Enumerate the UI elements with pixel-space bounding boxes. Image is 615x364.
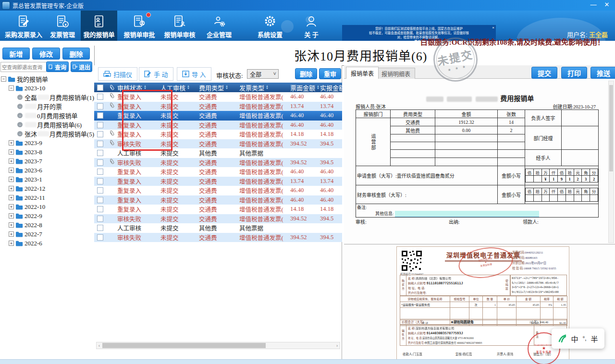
- manual-entry-button[interactable]: 手 动: [139, 67, 173, 81]
- tree-folder[interactable]: 2022-7: [1, 230, 94, 239]
- grid-delete-button[interactable]: 删除: [295, 68, 317, 79]
- row-checkbox[interactable]: [97, 112, 103, 119]
- expand-icon[interactable]: [9, 186, 14, 191]
- tree-folder[interactable]: 2022-10: [1, 202, 94, 211]
- row-checkbox[interactable]: [97, 216, 103, 222]
- tree-folder[interactable]: 2022-12: [1, 184, 94, 193]
- invoice-row[interactable]: 审核失败 未提交 交通费 增值税普通发票( 394.52 394.5: [94, 214, 342, 224]
- expand-icon[interactable]: [9, 140, 14, 146]
- search-input[interactable]: [0, 62, 47, 72]
- column-header[interactable]: 实报金额: [320, 83, 342, 92]
- grid-horizontal-scrollbar[interactable]: [96, 342, 340, 349]
- push-button[interactable]: 推送: [590, 67, 615, 79]
- select-all-checkbox[interactable]: [97, 85, 103, 91]
- column-header[interactable]: 费用类型: [199, 83, 239, 92]
- tree-folder[interactable]: 2022-8: [1, 220, 94, 230]
- scanner-button[interactable]: 扫描仪: [98, 67, 137, 81]
- invoice-row[interactable]: 重复录入 未提交 交通费 增值税普通发票( 46.40 46.40: [94, 167, 342, 177]
- print-button[interactable]: 打印: [561, 67, 587, 79]
- minimize-button[interactable]: —: [588, 1, 599, 8]
- invoice-row[interactable]: 重复录入 未提交 交通费 增值税普通发票( 13.74 13.74: [94, 177, 342, 186]
- row-checkbox[interactable]: [97, 187, 103, 194]
- row-checkbox[interactable]: [97, 159, 103, 166]
- ime-mode-toggle[interactable]: 中: [571, 334, 578, 344]
- tree-folder[interactable]: 2023-6: [1, 166, 94, 175]
- collapse-icon[interactable]: [1, 76, 6, 82]
- row-checkbox[interactable]: [97, 150, 103, 156]
- invoice-row[interactable]: 重复录入 未提交 交通费 增值税普通发票( 46.40 46.40: [94, 186, 342, 195]
- edit-button[interactable]: 修改: [32, 48, 60, 60]
- tree-leaf-report[interactable]: 张沐 月费用报销单(5): [1, 129, 94, 138]
- row-checkbox[interactable]: [97, 178, 103, 184]
- submit-button[interactable]: 提交: [531, 67, 557, 79]
- expand-icon[interactable]: [9, 177, 14, 182]
- expand-icon[interactable]: [9, 231, 14, 237]
- grid-recheck-button[interactable]: 重审: [319, 68, 341, 79]
- search-icon: [49, 64, 53, 69]
- row-checkbox[interactable]: [97, 94, 103, 100]
- tree-folder[interactable]: 2023-8: [1, 147, 94, 157]
- collapse-icon[interactable]: [9, 85, 14, 91]
- tree-folder[interactable]: 2023-9: [1, 138, 94, 147]
- expand-icon[interactable]: [9, 222, 14, 228]
- row-checkbox[interactable]: [97, 131, 103, 137]
- ime-punct-toggle[interactable]: °,: [582, 335, 586, 342]
- status-filter-select[interactable]: 全部: [247, 69, 279, 79]
- sort-icon[interactable]: [225, 85, 228, 90]
- sort-icon[interactable]: [144, 85, 147, 90]
- row-checkbox[interactable]: [97, 141, 103, 147]
- invoice-row[interactable]: 重复录入 未提交 交通费 增值税普通发票( 14.18 14.18: [94, 205, 342, 214]
- column-header[interactable]: 发票类型: [239, 83, 290, 92]
- search-button[interactable]: 查询: [46, 61, 69, 72]
- tree-folder-open[interactable]: 2023-10: [1, 84, 94, 93]
- tab-report-form[interactable]: 报销单表: [346, 67, 379, 79]
- tree-folder[interactable]: 2022-9: [1, 211, 94, 220]
- tree-root-my-reports[interactable]: 我的报销单: [1, 74, 94, 84]
- invoice-row[interactable]: 人工审核 未提交 其他费 其他票据: [94, 223, 342, 233]
- scroll-left-arrow[interactable]: [97, 343, 102, 348]
- add-button[interactable]: 新增: [2, 48, 30, 60]
- tree-folder[interactable]: 2022-11: [1, 193, 94, 202]
- row-checkbox[interactable]: [97, 103, 103, 109]
- scrollbar-thumb[interactable]: [609, 85, 613, 171]
- notice-close-icon[interactable]: ×: [492, 25, 494, 30]
- tree-folder[interactable]: 2023-1: [1, 175, 94, 184]
- row-checkbox[interactable]: [97, 122, 103, 128]
- tree-folder[interactable]: 2022-6: [1, 239, 94, 248]
- tree-leaf-report[interactable]: 月费用报销单(6): [1, 120, 94, 129]
- expand-icon[interactable]: [9, 158, 14, 164]
- ime-toolbar[interactable]: 中 °, 半: [552, 328, 604, 349]
- scroll-right-arrow[interactable]: [334, 343, 340, 348]
- expand-icon[interactable]: [9, 213, 14, 218]
- row-checkbox[interactable]: [97, 206, 103, 212]
- tree-leaf-report[interactable]: 月开的票: [1, 102, 94, 111]
- other-info-field[interactable]: [395, 211, 539, 217]
- sort-icon[interactable]: [317, 85, 320, 90]
- sort-icon[interactable]: [266, 85, 269, 90]
- expand-icon[interactable]: [9, 149, 14, 155]
- row-checkbox[interactable]: [97, 234, 103, 241]
- invoice-row[interactable]: 审核失败 未提交 交通费 增值税普通发票( 394.52 394.5: [94, 233, 342, 243]
- expand-icon[interactable]: [9, 195, 14, 200]
- invoice-row[interactable]: 审核失败 未提交 交通费 增值税普通发票( 394.52 394.5: [94, 158, 342, 168]
- delete-button[interactable]: 删除: [62, 48, 90, 60]
- column-header[interactable]: 票面金额: [290, 83, 320, 92]
- tree-leaf-report[interactable]: 0月费用报销单: [1, 111, 94, 120]
- row-checkbox[interactable]: [97, 197, 103, 203]
- tree-folder[interactable]: 2023-7: [1, 157, 94, 166]
- expand-icon[interactable]: [9, 241, 14, 246]
- ime-width-toggle[interactable]: 半: [591, 334, 598, 344]
- tab-report-detail[interactable]: 报销明细表: [377, 68, 415, 79]
- exit-button[interactable]: 退出: [71, 61, 92, 72]
- preview-vertical-scrollbar[interactable]: [608, 81, 614, 243]
- scrollbar-thumb[interactable]: [102, 343, 266, 348]
- tree-leaf-report[interactable]: 全磊 月费用报销单(1): [1, 93, 94, 102]
- expand-icon[interactable]: [9, 168, 14, 173]
- invoice-row[interactable]: 重复录入 未提交 交通费 增值税普通发票( 46.40 46.40: [94, 195, 342, 205]
- row-checkbox[interactable]: [97, 225, 103, 231]
- close-button[interactable]: ✕: [602, 1, 612, 8]
- row-checkbox[interactable]: [97, 169, 103, 175]
- import-button[interactable]: 导 入: [177, 67, 211, 81]
- expand-icon[interactable]: [9, 204, 14, 209]
- sort-icon[interactable]: [187, 85, 190, 90]
